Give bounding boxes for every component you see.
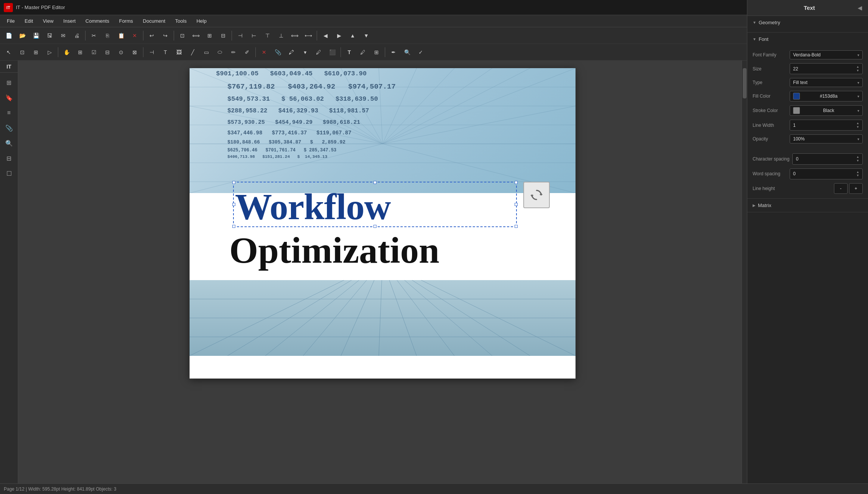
matrix-header[interactable]: ▶ Matrix <box>747 199 868 212</box>
menu-comments[interactable]: Comments <box>81 17 114 25</box>
sign-tool[interactable]: ✒ <box>387 46 400 59</box>
prev-button[interactable]: ◀ <box>319 29 332 42</box>
transform-tool[interactable]: ⊞ <box>30 46 42 59</box>
undo-button[interactable]: ↩ <box>145 29 158 42</box>
next-button[interactable]: ▶ <box>333 29 345 42</box>
fill-color-value[interactable]: #153d8a ▾ <box>790 91 863 101</box>
line-width-value[interactable]: 1 ▲ ▼ <box>790 120 863 131</box>
fit-width-button[interactable]: ⟺ <box>190 29 202 42</box>
crop-tool[interactable]: ⊡ <box>16 46 29 59</box>
panel-collapse-icon[interactable]: ◀ <box>858 5 862 11</box>
sidebar-layers[interactable]: ≡ <box>2 106 16 120</box>
zoom-in-button[interactable]: ⊞ <box>203 29 216 42</box>
word-spacing-spinner[interactable]: ▲ ▼ <box>856 170 859 178</box>
opacity-value[interactable]: 100% ▾ <box>790 134 863 143</box>
align-tool[interactable]: ⊣ <box>145 46 158 59</box>
menu-insert[interactable]: Insert <box>59 17 80 25</box>
font-header[interactable]: ▼ Font <box>747 33 868 46</box>
hand-tool[interactable]: ✋ <box>60 46 73 59</box>
menu-document[interactable]: Document <box>138 17 170 25</box>
zoom-out-button[interactable]: ⊟ <box>217 29 230 42</box>
form-field[interactable]: ⊠ <box>128 46 141 59</box>
align-top-button[interactable]: ⊥ <box>275 29 288 42</box>
check-tool[interactable]: ✓ <box>414 46 427 59</box>
char-spacing-spinner[interactable]: ▲ ▼ <box>856 155 859 162</box>
cut-button[interactable]: ✂ <box>87 29 100 42</box>
word-spacing-value[interactable]: 0 ▲ ▼ <box>790 168 863 179</box>
underline-tool[interactable]: ▾ <box>299 46 311 59</box>
sidebar-bookmarks[interactable]: 🔖 <box>2 91 16 104</box>
sidebar-content[interactable]: ⊟ <box>2 151 16 165</box>
stamp-tool[interactable]: ✕ <box>258 46 271 59</box>
paste-button[interactable]: 📋 <box>115 29 128 42</box>
pen-tool[interactable]: ✏ <box>227 46 240 59</box>
sidebar-attachments[interactable]: 📎 <box>2 121 16 135</box>
distribute-h-button[interactable]: ⟺ <box>288 29 301 42</box>
menu-forms[interactable]: Forms <box>115 17 138 25</box>
line-height-plus-button[interactable]: + <box>849 183 863 194</box>
font-family-value[interactable]: Verdana-Bold ▾ <box>790 50 863 59</box>
line-width-spinner[interactable]: ▲ ▼ <box>856 122 859 129</box>
copy-button[interactable]: ⎘ <box>101 29 114 42</box>
distribute-v-button[interactable]: ⟷ <box>302 29 315 42</box>
delete-button[interactable]: ✕ <box>128 29 141 42</box>
align-right-button[interactable]: ⊤ <box>261 29 274 42</box>
handle-mid-right[interactable] <box>515 203 518 206</box>
size-value[interactable]: 22 ▲ ▼ <box>790 63 863 74</box>
up-button[interactable]: ▲ <box>346 29 359 42</box>
select-tool[interactable]: ↖ <box>2 46 15 59</box>
new-button[interactable]: 📄 <box>2 29 15 42</box>
handle-bottom-right[interactable] <box>515 225 518 228</box>
canvas-scrollbar[interactable] <box>742 61 747 483</box>
optimization-text[interactable]: Optimization <box>229 229 439 271</box>
align-left-button[interactable]: ⊣ <box>234 29 247 42</box>
form-check[interactable]: ☑ <box>87 46 100 59</box>
menu-edit[interactable]: Edit <box>20 17 37 25</box>
text-field-tool[interactable]: T <box>343 46 356 59</box>
attach-tool[interactable]: 📎 <box>271 46 284 59</box>
open-button[interactable]: 📂 <box>16 29 29 42</box>
size-spinner[interactable]: ▲ ▼ <box>856 65 859 72</box>
char-spacing-value[interactable]: 0 ▲ ▼ <box>792 153 863 164</box>
fit-page-button[interactable]: ⊡ <box>176 29 189 42</box>
handle-top-left[interactable] <box>232 181 235 184</box>
rect-tool[interactable]: ▭ <box>200 46 213 59</box>
table-tool[interactable]: ⊞ <box>74 46 87 59</box>
save-button[interactable]: 💾 <box>30 29 42 42</box>
geometry-header[interactable]: ▼ Geometry <box>747 16 868 29</box>
handle-top-right[interactable] <box>515 181 518 184</box>
line-height-minus-button[interactable]: - <box>834 183 848 194</box>
sidebar-search[interactable]: 🔍 <box>2 136 16 150</box>
form-btn[interactable]: ⊟ <box>101 46 114 59</box>
align-center-button[interactable]: ⊢ <box>247 29 260 42</box>
image-tool[interactable]: 🖼 <box>173 46 185 59</box>
type-value[interactable]: Fill text ▾ <box>790 78 863 87</box>
redo-button[interactable]: ↪ <box>159 29 172 42</box>
text-tool[interactable]: T <box>159 46 172 59</box>
stroke-color-value[interactable]: Black ▾ <box>790 105 863 116</box>
pdf-canvas[interactable]: .pline{stroke:#4a7a9b;stroke-width:0.8;o… <box>190 68 576 379</box>
sidebar-fields[interactable]: ☐ <box>2 167 16 180</box>
scroll-thumb[interactable] <box>743 68 747 98</box>
menu-tools[interactable]: Tools <box>171 17 191 25</box>
ellipse-tool[interactable]: ⬭ <box>213 46 226 59</box>
highlight-tool[interactable]: 🖍 <box>285 46 298 59</box>
form-radio[interactable]: ⊙ <box>115 46 128 59</box>
menu-file[interactable]: File <box>2 17 19 25</box>
menu-view[interactable]: View <box>38 17 58 25</box>
select-text-tool[interactable]: ▷ <box>43 46 56 59</box>
down-button[interactable]: ▼ <box>360 29 373 42</box>
email-button[interactable]: ✉ <box>57 29 70 42</box>
menu-help[interactable]: Help <box>192 17 211 25</box>
search-tool[interactable]: 🔍 <box>401 46 414 59</box>
workflow-text[interactable]: Workflow <box>235 185 390 228</box>
line-tool[interactable]: ╱ <box>186 46 199 59</box>
redact-tool[interactable]: ⬛ <box>326 46 339 59</box>
rotate-handle[interactable] <box>523 182 550 208</box>
signature-tool[interactable]: 🖊 <box>356 46 369 59</box>
pencil-tool[interactable]: ✐ <box>241 46 254 59</box>
sidebar-pages[interactable]: ⊞ <box>2 76 16 89</box>
ink-tool[interactable]: 🖊 <box>312 46 325 59</box>
view-tool[interactable]: ⊞ <box>370 46 383 59</box>
handle-top-mid[interactable] <box>373 181 376 184</box>
